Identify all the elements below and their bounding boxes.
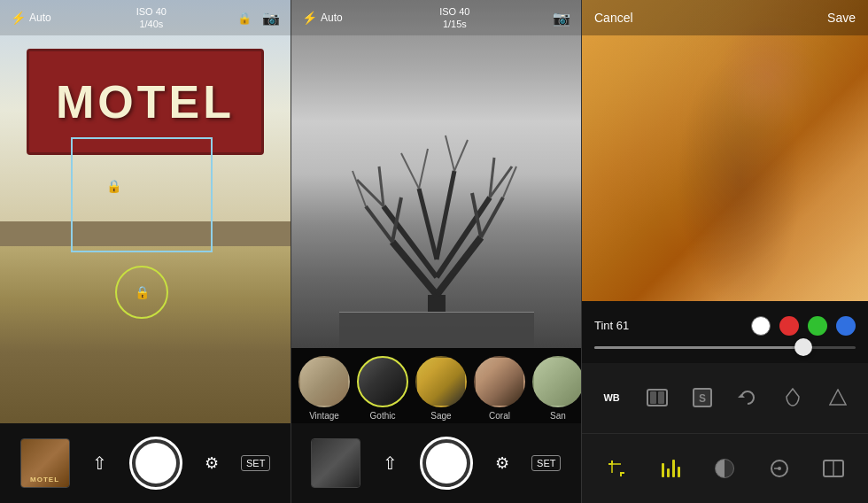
s-tool-btn[interactable]: S [686, 382, 718, 414]
filter-item-san[interactable]: San [532, 356, 581, 421]
tint-slider-row [582, 337, 868, 358]
panel-filter: Vintage Gothic Sage Coral San [291, 0, 581, 503]
filter-label-gothic: Gothic [370, 411, 396, 421]
filter-item-coral[interactable]: Coral [474, 356, 525, 421]
filter-thumb-sage [415, 356, 467, 407]
svg-line-19 [353, 171, 366, 206]
lock-icon-rect: 🔒 [106, 179, 121, 193]
filter-item-sage[interactable]: Sage [415, 356, 467, 421]
slider-fill [594, 346, 803, 349]
svg-line-16 [419, 149, 428, 189]
shutter-button-1[interactable] [129, 437, 182, 490]
color-dot-green[interactable] [808, 316, 827, 336]
top-bar-edit: Cancel Save [582, 0, 868, 35]
status-bar-2: ⚡ Auto ISO 40 1/15s 📷 [291, 0, 581, 35]
rotate-tool-btn[interactable] [732, 382, 763, 414]
wb-icon-1[interactable]: 🔒 [237, 12, 252, 25]
set-button-2[interactable]: SET [531, 455, 561, 471]
motel-text: MOTEL [56, 75, 235, 128]
filter-label-coral: Coral [489, 411, 510, 421]
tree-svg [339, 100, 534, 348]
svg-rect-27 [582, 0, 868, 301]
svg-rect-29 [650, 391, 656, 404]
filter-thumb-gothic [357, 356, 408, 407]
auto-label: Auto [29, 12, 51, 24]
chevron-up-icon[interactable]: ⇧ [92, 453, 107, 474]
status-bar-1: ⚡ Auto ISO 40 1/40s 🔒 📷 [0, 0, 291, 35]
thumbnail-2[interactable] [311, 438, 360, 488]
iso-info: ISO 40 1/40s [66, 5, 237, 31]
filter-thumb-coral [474, 356, 525, 407]
film-tool-btn[interactable] [641, 382, 673, 414]
thumbnail-1[interactable]: MOTEL [20, 438, 70, 488]
svg-text:S: S [699, 392, 706, 405]
auto-label-2: Auto [321, 12, 343, 24]
drop-tool-btn[interactable] [777, 382, 809, 414]
cancel-button[interactable]: Cancel [594, 11, 633, 25]
filter-item-vintage[interactable]: Vintage [298, 356, 350, 421]
bottom-bar-2: ⇧ ⚙ SET [291, 423, 581, 503]
color-dot-white[interactable] [751, 316, 771, 336]
triangle-tool-btn[interactable] [822, 382, 854, 414]
adjust-icon-2[interactable]: ⚙ [495, 453, 509, 473]
portrait-photo: Cancel Save [582, 0, 868, 301]
svg-marker-34 [830, 390, 846, 405]
svg-rect-22 [339, 313, 534, 348]
panel-camera: MOTEL 🔒 🔒 ⚡ Auto ISO 40 1/40s 🔒 📷 MOTEL … [0, 0, 291, 503]
chevron-up-icon-2[interactable]: ⇧ [383, 453, 398, 474]
save-button[interactable]: Save [827, 11, 856, 25]
flash-icon[interactable]: ⚡ [11, 11, 26, 25]
slider-thumb[interactable] [794, 338, 812, 356]
sliders-tool-btn[interactable] [655, 453, 686, 484]
svg-line-15 [401, 153, 419, 189]
flash-icon-2[interactable]: ⚡ [302, 11, 317, 25]
edit-tools-grid: WB S [582, 363, 868, 503]
book-btn[interactable] [818, 453, 849, 484]
filter-label-sage: Sage [430, 411, 451, 421]
iso-info-2: ISO 40 1/15s [357, 5, 553, 31]
shutter-inner-2 [426, 443, 467, 484]
svg-line-18 [454, 140, 468, 171]
wb-tool-btn[interactable]: WB [596, 382, 628, 414]
svg-line-12 [379, 166, 384, 206]
edit-row-1: WB S [582, 363, 868, 434]
color-dot-red[interactable] [779, 316, 799, 336]
camera-switch-icon[interactable]: 📷 [262, 10, 280, 27]
filter-label-vintage: Vintage [309, 411, 339, 421]
shutter-button-2[interactable] [420, 437, 473, 490]
edit-row-2 [582, 434, 868, 504]
filter-thumb-san [532, 356, 581, 407]
thumb-label-1: MOTEL [30, 476, 59, 484]
portrait-silhouette [582, 0, 868, 301]
tint-label: Tint 61 [594, 319, 629, 332]
camera-switch-icon-2[interactable]: 📷 [553, 10, 570, 27]
svg-line-6 [437, 171, 454, 259]
filter-strip: Vintage Gothic Sage Coral San [291, 348, 581, 428]
filter-thumb-vintage [298, 356, 350, 407]
clock-btn[interactable] [763, 453, 795, 484]
svg-line-5 [419, 189, 437, 259]
focus-circle[interactable]: 🔒 [115, 266, 168, 319]
adjust-icon-1[interactable]: ⚙ [205, 453, 219, 473]
bottom-bar-1: MOTEL ⇧ ⚙ SET [0, 423, 291, 503]
bw-photo [291, 0, 581, 348]
svg-rect-30 [658, 391, 664, 404]
shutter-inner-1 [136, 443, 176, 484]
filter-item-gothic[interactable]: Gothic [357, 356, 408, 421]
crop-tool-btn[interactable] [601, 453, 632, 484]
color-dot-blue[interactable] [836, 316, 856, 336]
tint-slider-track[interactable] [594, 346, 856, 349]
svg-marker-33 [738, 394, 745, 398]
filter-label-san: San [550, 411, 566, 421]
set-button-1[interactable]: SET [241, 455, 270, 471]
panel-edit: Cancel Save Tint 61 WB [581, 0, 868, 503]
svg-line-17 [446, 135, 454, 171]
lock-icon-circle: 🔒 [135, 285, 150, 299]
focus-rectangle[interactable] [71, 137, 213, 252]
circle-half-btn[interactable] [709, 453, 740, 484]
